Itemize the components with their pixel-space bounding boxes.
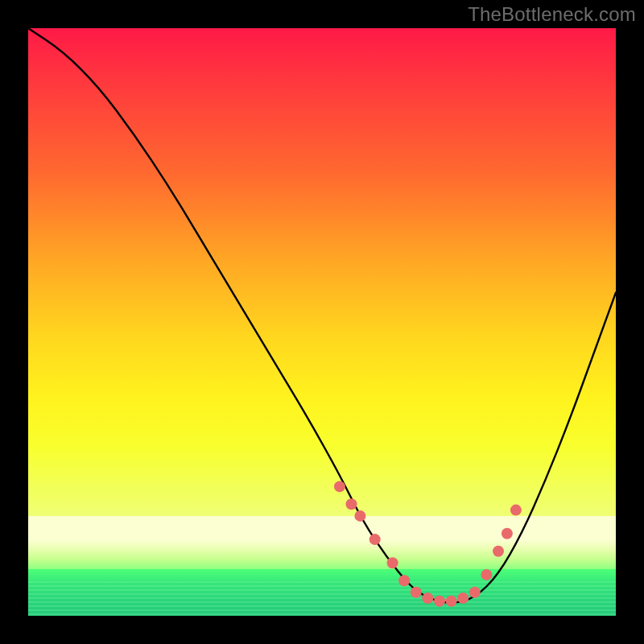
- marker-dot: [334, 481, 345, 492]
- marker-group: [334, 481, 522, 606]
- watermark-label: TheBottleneck.com: [468, 3, 636, 26]
- marker-dot: [387, 557, 398, 568]
- marker-dot: [346, 498, 357, 510]
- chart-frame: TheBottleneck.com: [0, 0, 644, 644]
- marker-dot: [446, 596, 457, 607]
- marker-dot: [411, 587, 422, 598]
- marker-dot: [469, 587, 481, 598]
- marker-dot: [493, 546, 504, 557]
- marker-dot: [398, 575, 410, 586]
- marker-dot: [510, 505, 522, 516]
- curve-svg: [28, 28, 616, 616]
- marker-dot: [422, 592, 433, 604]
- bottleneck-curve: [28, 28, 616, 603]
- marker-dot: [457, 592, 469, 604]
- marker-dot: [481, 569, 492, 580]
- marker-dot: [434, 596, 445, 607]
- marker-dot: [369, 534, 381, 545]
- marker-dot: [354, 510, 365, 522]
- plot-area: [28, 28, 616, 616]
- marker-dot: [502, 528, 513, 539]
